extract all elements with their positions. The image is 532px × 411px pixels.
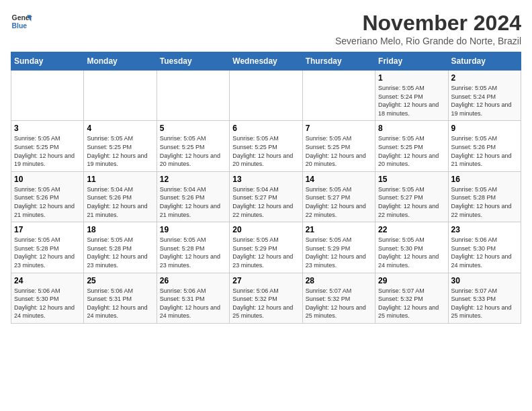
calendar-cell: 2Sunrise: 5:05 AM Sunset: 5:24 PM Daylig…: [448, 71, 521, 121]
weekday-header: Sunday: [11, 52, 84, 71]
day-info: Sunrise: 5:05 AM Sunset: 5:25 PM Dayligh…: [14, 134, 81, 168]
day-info: Sunrise: 5:06 AM Sunset: 5:32 PM Dayligh…: [232, 287, 299, 320]
day-info: Sunrise: 5:05 AM Sunset: 5:25 PM Dayligh…: [160, 134, 226, 168]
day-number: 24: [14, 276, 81, 285]
calendar-cell: 9Sunrise: 5:05 AM Sunset: 5:26 PM Daylig…: [448, 121, 521, 171]
weekday-header: Thursday: [302, 52, 375, 71]
weekday-header: Wednesday: [230, 52, 302, 71]
calendar-cell: 18Sunrise: 5:05 AM Sunset: 5:28 PM Dayli…: [84, 222, 157, 273]
day-number: 2: [451, 73, 518, 83]
day-number: 7: [306, 124, 372, 133]
day-number: 8: [378, 124, 445, 133]
calendar-cell: 30Sunrise: 5:07 AM Sunset: 5:33 PM Dayli…: [448, 273, 521, 323]
day-info: Sunrise: 5:05 AM Sunset: 5:29 PM Dayligh…: [306, 236, 372, 269]
day-number: 25: [87, 276, 153, 285]
calendar-week-row: 1Sunrise: 5:05 AM Sunset: 5:24 PM Daylig…: [11, 71, 521, 121]
calendar-cell: 17Sunrise: 5:05 AM Sunset: 5:28 PM Dayli…: [11, 222, 84, 273]
day-number: 3: [14, 124, 81, 133]
day-number: 21: [306, 225, 372, 234]
calendar-cell: 20Sunrise: 5:05 AM Sunset: 5:29 PM Dayli…: [230, 222, 302, 273]
day-info: Sunrise: 5:05 AM Sunset: 5:25 PM Dayligh…: [87, 134, 153, 168]
calendar-cell: 6Sunrise: 5:05 AM Sunset: 5:25 PM Daylig…: [230, 121, 302, 171]
day-info: Sunrise: 5:05 AM Sunset: 5:26 PM Dayligh…: [451, 134, 518, 168]
weekday-header: Saturday: [448, 52, 521, 71]
day-info: Sunrise: 5:06 AM Sunset: 5:30 PM Dayligh…: [451, 236, 518, 269]
calendar-cell: 3Sunrise: 5:05 AM Sunset: 5:25 PM Daylig…: [11, 121, 84, 171]
day-number: 17: [14, 225, 81, 234]
day-number: 4: [87, 124, 153, 133]
day-info: Sunrise: 5:07 AM Sunset: 5:33 PM Dayligh…: [451, 287, 518, 320]
day-number: 29: [378, 276, 445, 285]
calendar-cell: 15Sunrise: 5:05 AM Sunset: 5:27 PM Dayli…: [375, 171, 448, 222]
calendar-cell: 11Sunrise: 5:04 AM Sunset: 5:26 PM Dayli…: [84, 171, 157, 222]
calendar-cell: 21Sunrise: 5:05 AM Sunset: 5:29 PM Dayli…: [302, 222, 375, 273]
calendar-week-row: 17Sunrise: 5:05 AM Sunset: 5:28 PM Dayli…: [11, 222, 521, 273]
location-subtitle: Severiano Melo, Rio Grande do Norte, Bra…: [335, 36, 521, 46]
day-info: Sunrise: 5:04 AM Sunset: 5:26 PM Dayligh…: [87, 185, 153, 219]
day-number: 28: [306, 276, 372, 285]
day-number: 12: [160, 175, 226, 184]
day-number: 20: [232, 225, 299, 234]
month-title: November 2024: [335, 11, 521, 36]
day-number: 9: [451, 124, 518, 133]
day-number: 26: [160, 276, 226, 285]
calendar-cell: 10Sunrise: 5:05 AM Sunset: 5:26 PM Dayli…: [11, 171, 84, 222]
svg-text:Blue: Blue: [12, 22, 28, 30]
calendar-table: SundayMondayTuesdayWednesdayThursdayFrid…: [11, 52, 521, 324]
day-info: Sunrise: 5:04 AM Sunset: 5:26 PM Dayligh…: [160, 185, 226, 219]
weekday-header: Friday: [375, 52, 448, 71]
calendar-cell: 13Sunrise: 5:04 AM Sunset: 5:27 PM Dayli…: [230, 171, 302, 222]
day-info: Sunrise: 5:05 AM Sunset: 5:25 PM Dayligh…: [378, 134, 445, 168]
day-number: 30: [451, 276, 518, 285]
day-info: Sunrise: 5:07 AM Sunset: 5:32 PM Dayligh…: [378, 287, 445, 320]
day-number: 23: [451, 225, 518, 234]
calendar-cell: 22Sunrise: 5:05 AM Sunset: 5:30 PM Dayli…: [375, 222, 448, 273]
day-info: Sunrise: 5:06 AM Sunset: 5:31 PM Dayligh…: [87, 287, 153, 320]
day-info: Sunrise: 5:05 AM Sunset: 5:28 PM Dayligh…: [87, 236, 153, 269]
day-number: 1: [378, 73, 445, 83]
day-number: 13: [232, 175, 299, 184]
day-number: 16: [451, 175, 518, 184]
day-info: Sunrise: 5:05 AM Sunset: 5:25 PM Dayligh…: [232, 134, 299, 168]
calendar-cell: 7Sunrise: 5:05 AM Sunset: 5:25 PM Daylig…: [302, 121, 375, 171]
day-info: Sunrise: 5:05 AM Sunset: 5:25 PM Dayligh…: [306, 134, 372, 168]
day-info: Sunrise: 5:06 AM Sunset: 5:30 PM Dayligh…: [14, 287, 81, 320]
day-info: Sunrise: 5:05 AM Sunset: 5:28 PM Dayligh…: [14, 236, 81, 269]
weekday-header: Tuesday: [157, 52, 229, 71]
calendar-cell: [302, 71, 375, 121]
calendar-week-row: 3Sunrise: 5:05 AM Sunset: 5:25 PM Daylig…: [11, 121, 521, 171]
calendar-cell: [11, 71, 84, 121]
day-info: Sunrise: 5:05 AM Sunset: 5:28 PM Dayligh…: [451, 185, 518, 219]
logo-icon: General Blue: [11, 11, 32, 32]
day-number: 18: [87, 225, 153, 234]
day-info: Sunrise: 5:05 AM Sunset: 5:24 PM Dayligh…: [451, 84, 518, 118]
day-number: 11: [87, 175, 153, 184]
day-number: 27: [232, 276, 299, 285]
day-number: 19: [160, 225, 226, 234]
page-header: General Blue November 2024 Severiano Mel…: [11, 11, 521, 46]
calendar-cell: 26Sunrise: 5:06 AM Sunset: 5:31 PM Dayli…: [157, 273, 229, 323]
day-info: Sunrise: 5:06 AM Sunset: 5:31 PM Dayligh…: [160, 287, 226, 320]
calendar-cell: 25Sunrise: 5:06 AM Sunset: 5:31 PM Dayli…: [84, 273, 157, 323]
title-section: November 2024 Severiano Melo, Rio Grande…: [335, 11, 521, 46]
calendar-cell: 27Sunrise: 5:06 AM Sunset: 5:32 PM Dayli…: [230, 273, 302, 323]
day-info: Sunrise: 5:05 AM Sunset: 5:29 PM Dayligh…: [232, 236, 299, 269]
day-info: Sunrise: 5:07 AM Sunset: 5:32 PM Dayligh…: [306, 287, 372, 320]
day-info: Sunrise: 5:05 AM Sunset: 5:26 PM Dayligh…: [14, 185, 81, 219]
calendar-cell: 12Sunrise: 5:04 AM Sunset: 5:26 PM Dayli…: [157, 171, 229, 222]
day-number: 10: [14, 175, 81, 184]
calendar-cell: [157, 71, 229, 121]
day-number: 5: [160, 124, 226, 133]
calendar-week-row: 24Sunrise: 5:06 AM Sunset: 5:30 PM Dayli…: [11, 273, 521, 323]
calendar-cell: 8Sunrise: 5:05 AM Sunset: 5:25 PM Daylig…: [375, 121, 448, 171]
weekday-header-row: SundayMondayTuesdayWednesdayThursdayFrid…: [11, 52, 521, 71]
calendar-cell: 28Sunrise: 5:07 AM Sunset: 5:32 PM Dayli…: [302, 273, 375, 323]
calendar-cell: [230, 71, 302, 121]
calendar-cell: 4Sunrise: 5:05 AM Sunset: 5:25 PM Daylig…: [84, 121, 157, 171]
day-info: Sunrise: 5:05 AM Sunset: 5:24 PM Dayligh…: [378, 84, 445, 118]
day-number: 15: [378, 175, 445, 184]
day-info: Sunrise: 5:04 AM Sunset: 5:27 PM Dayligh…: [232, 185, 299, 219]
day-info: Sunrise: 5:05 AM Sunset: 5:28 PM Dayligh…: [160, 236, 226, 269]
day-number: 6: [232, 124, 299, 133]
logo: General Blue: [11, 11, 32, 32]
